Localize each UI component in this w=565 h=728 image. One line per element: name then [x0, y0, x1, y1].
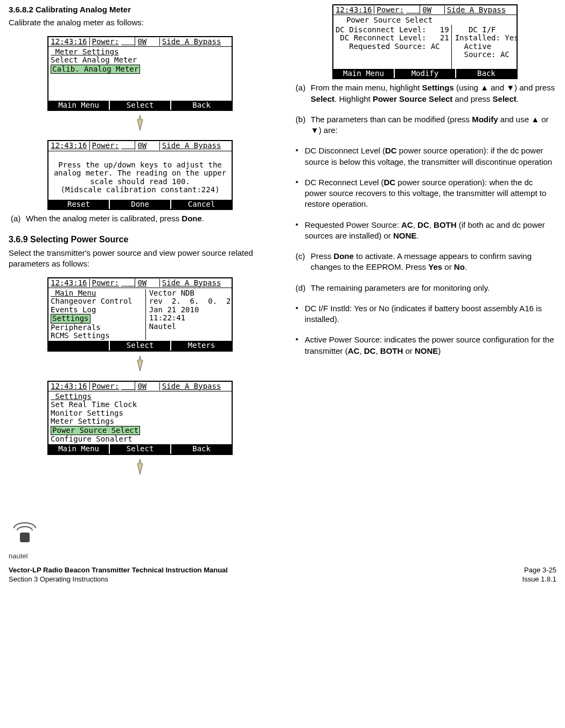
softkey-back[interactable]: Back	[171, 101, 232, 110]
logo-text: nautel	[9, 551, 41, 561]
lcd-menu-item: RCMS Settings	[51, 332, 145, 340]
softkey-reset[interactable]: Reset	[48, 200, 110, 209]
lcd-main-menu: 12:43:16 Power: 0W Side A Bypass Main Me…	[47, 277, 233, 352]
bullet-item: Active Power Source: indicates the power…	[294, 334, 556, 356]
lcd-mode: Side A Bypass	[159, 382, 229, 390]
step-letter: (d)	[296, 283, 311, 293]
down-triangle-icon	[506, 83, 514, 92]
lcd-menu-item: Monitor Settings	[51, 409, 229, 417]
bullet-item: DC I/F Instld: Yes or No (indicates if b…	[294, 303, 556, 325]
softkey-select[interactable]: Select	[110, 341, 171, 350]
lcd-menu-item: Meter Settings	[51, 417, 229, 425]
pointer-hand-icon	[131, 355, 149, 372]
lcd-menu-title: Main Menu	[51, 289, 145, 297]
softkey-main-menu[interactable]: Main Menu	[48, 101, 110, 110]
section1-intro: Calibrate the analog meter as follows:	[9, 17, 271, 28]
lcd-softkeys: Main Menu Modify Back	[333, 69, 517, 78]
lcd-menu-item-selected: Settings	[51, 314, 90, 323]
lcd-menu-item: Set Real Time Clock	[51, 401, 229, 409]
bullet-list: DC Disconnect Level (DC power source ope…	[294, 145, 556, 241]
lcd-mode: Side A Bypass	[444, 6, 514, 14]
bullet-item: Requested Power Source: AC, DC, BOTH (if…	[294, 220, 556, 242]
lcd-text: rev 2. 6. 0. 2	[149, 297, 229, 305]
lcd-power: Power: 0W	[374, 6, 444, 14]
lcd-calibrate: 12:43:16 Power: 0W Side A Bypass Press t…	[47, 140, 233, 210]
lcd-mode: Side A Bypass	[159, 279, 229, 287]
lcd-power: Power: 0W	[89, 279, 159, 287]
footer-doc-title: Vector-LP Radio Beacon Transmitter Techn…	[9, 565, 228, 575]
lcd-text: Nautel	[149, 323, 229, 331]
step-a: (a) When the analog meter is calibrated,…	[9, 213, 271, 224]
lcd-softkeys: Select Meters	[48, 341, 232, 350]
softkey-cancel[interactable]: Cancel	[171, 200, 232, 209]
lcd-mode: Side A Bypass	[159, 38, 229, 46]
lcd-status-bar: 12:43:16 Power: 0W Side A Bypass	[333, 5, 517, 15]
lcd-text: DC Disconnect Level: 19	[336, 26, 449, 34]
step-letter: (a)	[11, 213, 26, 224]
lcd-menu-item: Peripherals	[51, 324, 145, 332]
footer-page: Page 3-25	[522, 565, 556, 575]
softkey-back[interactable]: Back	[456, 69, 517, 78]
section-head-3-6-9: 3.6.9 Selecting Power Source	[9, 234, 271, 246]
lcd-time: 12:43:16	[51, 142, 89, 150]
lcd-status-bar: 12:43:16 Power: 0W Side A Bypass	[48, 37, 232, 47]
step-letter: (a)	[296, 82, 311, 104]
lcd-menu-item: Changeover Control	[51, 297, 145, 305]
lcd-meter-settings: 12:43:16 Power: 0W Side A Bypass Meter S…	[47, 36, 233, 111]
lcd-menu-title: Settings	[51, 393, 229, 401]
down-triangle-icon	[311, 125, 319, 135]
lcd-text: analog meter. The reading on the upper	[54, 169, 226, 177]
left-column: 3.6.8.2 Calibrating Analog Meter Calibra…	[9, 4, 271, 484]
lcd-softkeys: Reset Done Cancel	[48, 200, 232, 209]
lcd-softkeys: Main Menu Select Back	[48, 444, 232, 453]
step-text: Press Done to activate. A message appear…	[311, 251, 556, 273]
up-triangle-icon	[480, 83, 489, 92]
lcd-text: Active	[455, 43, 519, 51]
lcd-text: Vector NDB	[149, 289, 229, 297]
softkey-select[interactable]: Select	[110, 101, 171, 110]
lcd-text: 11:22:41	[149, 314, 229, 322]
lcd-status-bar: 12:43:16 Power: 0W Side A Bypass	[48, 141, 232, 151]
softkey-done[interactable]: Done	[110, 200, 171, 209]
lcd-text: Press the up/down keys to adjust the	[58, 161, 221, 169]
lcd-menu-item: Select Analog Meter	[51, 55, 137, 64]
lcd-mode: Side A Bypass	[159, 142, 229, 150]
section-head-3-6-8-2: 3.6.8.2 Calibrating Analog Meter	[9, 4, 271, 15]
step-d: (d) The remaining parameters are for mon…	[294, 283, 556, 293]
bullet-item: DC Disconnect Level (DC power source ope…	[294, 145, 556, 167]
step-letter: (b)	[296, 114, 311, 136]
lcd-menu-item: Configure Sonalert	[51, 435, 229, 443]
lcd-text: Requested Source: AC	[336, 43, 449, 51]
softkey-select[interactable]: Select	[110, 444, 171, 453]
step-text: The parameters than can be modified (pre…	[311, 114, 556, 136]
lcd-screen-title: Power Source Select	[333, 16, 517, 24]
softkey-back[interactable]: Back	[171, 444, 232, 453]
step-text: From the main menu, highlight Settings (…	[311, 82, 556, 104]
lcd-status-bar: 12:43:16 Power: 0W Side A Bypass	[48, 382, 232, 391]
nautel-logo: nautel	[9, 516, 41, 561]
lcd-status-bar: 12:43:16 Power: 0W Side A Bypass	[48, 278, 232, 288]
lcd-text: Jan 21 2010	[149, 306, 229, 314]
step-text: The remaining parameters are for monitor…	[311, 283, 556, 293]
pointer-hand-icon	[131, 458, 149, 475]
softkey-modify[interactable]: Modify	[395, 69, 456, 78]
lcd-time: 12:43:16	[51, 38, 89, 46]
lcd-time: 12:43:16	[51, 382, 89, 390]
lcd-menu-item-selected: Calib. Analog Meter	[51, 65, 140, 74]
step-letter: (c)	[296, 251, 311, 273]
right-column: 12:43:16 Power: 0W Side A Bypass Power S…	[294, 4, 556, 484]
softkey-meters[interactable]: Meters	[171, 341, 232, 350]
section2-intro: Select the transmitter's power source an…	[9, 248, 271, 270]
lcd-power: Power: 0W	[89, 382, 159, 390]
bullet-item: DC Reconnect Level (DC power source oper…	[294, 177, 556, 210]
bullet-list: DC I/F Instld: Yes or No (indicates if b…	[294, 303, 556, 356]
page-footer: Vector-LP Radio Beacon Transmitter Techn…	[9, 565, 556, 584]
softkey-main-menu[interactable]: Main Menu	[333, 69, 395, 78]
lcd-menu-title: Meter Settings	[51, 48, 229, 56]
step-text: When the analog meter is calibrated, pre…	[26, 213, 271, 224]
lcd-power-source-select: 12:43:16 Power: 0W Side A Bypass Power S…	[332, 4, 518, 79]
step-c: (c) Press Done to activate. A message ap…	[294, 251, 556, 273]
lcd-power: Power: 0W	[89, 38, 159, 46]
footer-issue: Issue 1.8.1	[522, 575, 556, 584]
softkey-main-menu[interactable]: Main Menu	[48, 444, 110, 453]
